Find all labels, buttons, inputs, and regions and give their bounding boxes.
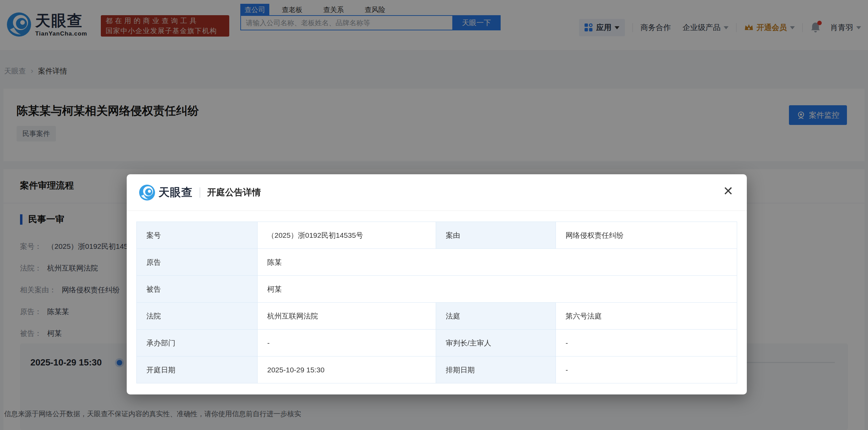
- modal-logo-divider: [200, 187, 200, 198]
- modal-body: 案号 （2025）浙0192民初14535号 案由 网络侵权责任纠纷 原告 陈某…: [127, 211, 747, 383]
- cell-label: 法院: [137, 303, 258, 330]
- modal-header: 天眼查 开庭公告详情 ✕: [127, 174, 747, 211]
- cell-label: 排期日期: [436, 356, 556, 383]
- cell-value: （2025）浙0192民初14535号: [258, 222, 436, 249]
- cell-value: 柯某: [258, 276, 737, 303]
- cell-label: 审判长/主审人: [436, 330, 556, 356]
- cell-value: 第六号法庭: [556, 303, 737, 330]
- cell-value: -: [556, 330, 737, 356]
- modal-tianyancha-logo: 天眼查: [139, 185, 193, 201]
- modal-title: 开庭公告详情: [207, 186, 261, 198]
- table-row: 开庭日期 2025-10-29 15:30 排期日期 -: [137, 356, 737, 383]
- cell-label: 案号: [137, 222, 258, 249]
- cell-label: 原告: [137, 249, 258, 276]
- tianyancha-eye-icon: [139, 185, 155, 201]
- cell-value: -: [258, 330, 436, 356]
- table-row: 法院 杭州互联网法院 法庭 第六号法庭: [137, 303, 737, 330]
- cell-label: 被告: [137, 276, 258, 303]
- hearing-detail-modal: 天眼查 开庭公告详情 ✕ 案号 （2025）浙0192民初14535号 案由 网…: [127, 174, 747, 394]
- cell-label: 案由: [436, 222, 556, 249]
- cell-label: 法庭: [436, 303, 556, 330]
- table-row: 被告 柯某: [137, 276, 737, 303]
- cell-value: 2025-10-29 15:30: [258, 356, 436, 383]
- close-icon[interactable]: ✕: [720, 183, 736, 199]
- table-row: 原告 陈某: [137, 249, 737, 276]
- cell-value: 陈某: [258, 249, 737, 276]
- modal-brand-name: 天眼查: [158, 185, 193, 200]
- cell-value: 网络侵权责任纠纷: [556, 222, 737, 249]
- cell-value: 杭州互联网法院: [258, 303, 436, 330]
- cell-label: 承办部门: [137, 330, 258, 356]
- cell-value: -: [556, 356, 737, 383]
- table-row: 承办部门 - 审判长/主审人 -: [137, 330, 737, 356]
- table-row: 案号 （2025）浙0192民初14535号 案由 网络侵权责任纠纷: [137, 222, 737, 249]
- hearing-detail-table: 案号 （2025）浙0192民初14535号 案由 网络侵权责任纠纷 原告 陈某…: [136, 222, 737, 383]
- cell-label: 开庭日期: [137, 356, 258, 383]
